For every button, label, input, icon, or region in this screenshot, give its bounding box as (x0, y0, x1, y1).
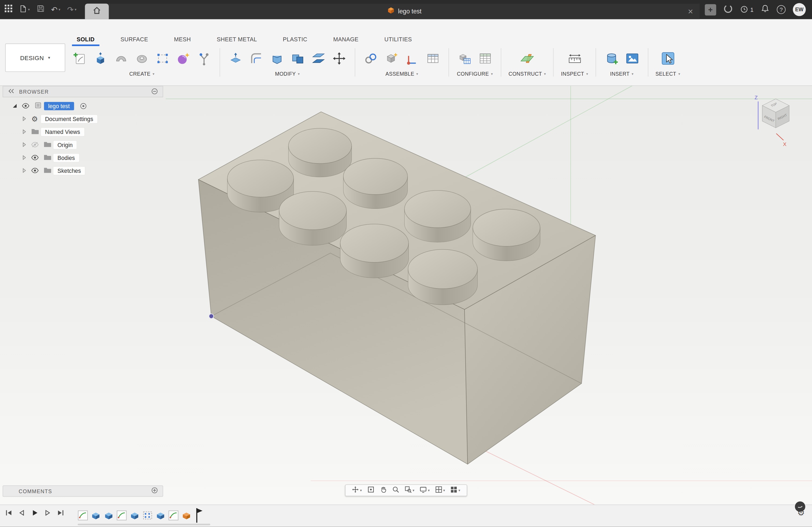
browser-item-label[interactable]: Origin (54, 140, 77, 149)
workspace-switcher[interactable]: DESIGN ▾ (5, 44, 65, 72)
document-tab[interactable]: lego test ✕ (108, 3, 699, 19)
browser-row-named-views[interactable]: Named Views (3, 125, 163, 138)
visibility-eye-icon[interactable] (21, 103, 29, 109)
motion-study-button[interactable] (424, 50, 441, 67)
sketch-origin-point[interactable] (209, 314, 214, 318)
insert-menu[interactable]: INSERT▾ (610, 71, 634, 76)
timeline-feature-extrude[interactable] (90, 510, 101, 521)
create-menu[interactable]: CREATE▾ (129, 71, 155, 76)
display-settings-button[interactable]: ▾ (418, 486, 431, 495)
move-button[interactable] (331, 50, 347, 67)
tree-expand-icon[interactable] (22, 129, 26, 134)
inspect-menu[interactable]: INSPECT▾ (561, 71, 588, 76)
app-launcher-button[interactable] (4, 4, 12, 15)
construct-plane-button[interactable] (519, 50, 536, 67)
browser-item-label[interactable]: Sketches (54, 166, 85, 175)
create-sketch-button[interactable] (71, 50, 88, 67)
visibility-eye-icon[interactable] (31, 155, 39, 161)
modify-menu[interactable]: MODIFY▾ (275, 71, 300, 76)
generative-design-button[interactable] (196, 50, 213, 67)
browser-row-document-settings[interactable]: ⚙ Document Settings (3, 112, 163, 125)
notifications-button[interactable] (761, 4, 770, 15)
timeline-feature-pattern[interactable] (142, 510, 153, 521)
tab-utilities[interactable]: UTILITIES (383, 35, 413, 46)
timeline-feature-extrude[interactable] (129, 510, 140, 521)
extrude-button[interactable] (92, 50, 109, 67)
tab-plastic[interactable]: PLASTIC (282, 35, 308, 46)
tab-solid[interactable]: SOLID (76, 35, 96, 46)
browser-item-label[interactable]: Named Views (41, 127, 84, 136)
timeline-feature-sketch[interactable] (168, 510, 179, 521)
create-form-button[interactable] (175, 50, 192, 67)
close-tab-button[interactable]: ✕ (688, 8, 693, 15)
browser-row-root[interactable]: lego test (3, 99, 163, 112)
timeline-scrollbar[interactable] (77, 524, 210, 525)
construct-menu[interactable]: CONSTRUCT▾ (509, 71, 546, 76)
save-button[interactable] (37, 4, 44, 15)
play-button[interactable] (31, 509, 39, 519)
browser-row-bodies[interactable]: Bodies (3, 151, 163, 164)
assistant-badge[interactable] (795, 501, 805, 512)
zoom-window-button[interactable]: ▾ (403, 486, 416, 495)
shell-button[interactable] (269, 50, 286, 67)
timeline-feature-extrude[interactable] (104, 510, 114, 521)
tab-manage[interactable]: MANAGE (332, 35, 360, 46)
look-at-button[interactable] (365, 486, 376, 495)
pan-button[interactable] (378, 486, 388, 495)
visibility-eye-hidden-icon[interactable] (31, 142, 39, 147)
tree-expand-icon[interactable] (22, 155, 26, 160)
offset-face-button[interactable] (310, 50, 327, 67)
insert-derive-button[interactable] (603, 50, 620, 67)
tab-surface[interactable]: SURFACE (119, 35, 149, 46)
undo-button[interactable]: ↶ ▾ (51, 6, 60, 13)
new-component-button[interactable] (383, 50, 400, 67)
model-brick[interactable] (199, 112, 596, 464)
tab-mesh[interactable]: MESH (173, 35, 192, 46)
tab-sheet-metal[interactable]: SHEET METAL (216, 35, 258, 46)
sweep-button[interactable] (113, 50, 129, 67)
configure-menu[interactable]: CONFIGURE▾ (457, 71, 493, 76)
browser-root-label[interactable]: lego test (44, 102, 74, 110)
joint-origin-button[interactable] (404, 50, 420, 67)
browser-row-sketches[interactable]: Sketches (3, 164, 163, 177)
timeline-feature-form[interactable] (181, 510, 192, 521)
activate-component-radio[interactable] (79, 102, 87, 109)
go-to-end-button[interactable] (57, 509, 64, 519)
tree-collapse-icon[interactable] (12, 104, 17, 108)
help-button[interactable]: ? (777, 5, 786, 14)
browser-row-origin[interactable]: Origin (3, 138, 163, 151)
tree-expand-icon[interactable] (22, 168, 26, 173)
add-comment-button[interactable] (151, 486, 158, 496)
configuration-table-button[interactable] (477, 50, 494, 67)
viewports-button[interactable]: ▾ (449, 486, 462, 495)
home-tab[interactable] (85, 3, 109, 19)
visibility-eye-icon[interactable] (31, 168, 39, 174)
file-menu-button[interactable]: ▾ (19, 4, 30, 15)
timeline-feature-sketch[interactable] (77, 510, 88, 521)
timeline-feature-extrude[interactable] (156, 510, 166, 521)
pattern-button[interactable] (155, 50, 171, 67)
configure-button[interactable] (456, 50, 473, 67)
step-forward-button[interactable] (44, 509, 51, 519)
tree-expand-icon[interactable] (22, 117, 26, 121)
select-menu[interactable]: SELECT▾ (655, 71, 680, 76)
orbit-button[interactable]: ▾ (350, 486, 363, 495)
torus-button[interactable] (134, 50, 150, 67)
browser-item-label[interactable]: Document Settings (41, 115, 97, 123)
fillet-button[interactable] (248, 50, 265, 67)
viewcube[interactable]: Z X TOP FRONT RIGHT (755, 95, 789, 147)
canvas-button[interactable] (624, 50, 640, 67)
browser-item-label[interactable]: Bodies (54, 153, 79, 162)
grid-settings-button[interactable]: ▾ (433, 486, 447, 495)
new-tab-button[interactable]: + (705, 4, 716, 15)
comments-bar[interactable]: COMMENTS (3, 485, 163, 497)
measure-button[interactable] (566, 50, 583, 67)
assemble-menu[interactable]: ASSEMBLE▾ (386, 71, 418, 76)
browser-collapse-button[interactable] (8, 89, 14, 95)
tree-expand-icon[interactable] (22, 142, 26, 147)
zoom-button[interactable] (390, 486, 401, 495)
redo-button[interactable]: ↷ ▾ (67, 6, 76, 13)
avatar[interactable]: EW (793, 3, 806, 16)
browser-minimize-button[interactable] (151, 88, 158, 95)
timeline-feature-sketch[interactable] (117, 510, 127, 521)
